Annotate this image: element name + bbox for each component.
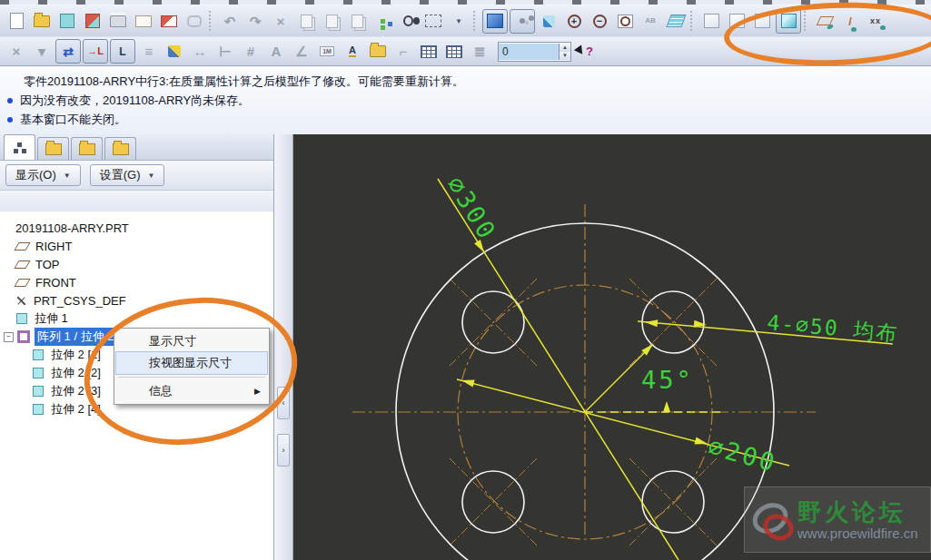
- switch-dims-button[interactable]: 1M: [315, 40, 339, 63]
- spin-up-button[interactable]: ▲: [560, 44, 570, 52]
- separator[interactable]: [690, 11, 697, 31]
- feature-icon: [17, 330, 30, 343]
- undo-button[interactable]: ↶: [218, 10, 242, 33]
- table-settings-button[interactable]: ≣: [468, 40, 491, 63]
- send-email-button[interactable]: [132, 10, 155, 33]
- tree-item[interactable]: 拉伸 1: [0, 309, 273, 328]
- redo-button[interactable]: ↷: [243, 10, 267, 33]
- model-intent-button[interactable]: [510, 9, 535, 34]
- graphics-area[interactable]: ∅300 ∅200 45° 4-∅50 均布 野火论坛 www.proewild…: [293, 134, 931, 560]
- lock-view-button[interactable]: L: [110, 39, 135, 64]
- tree-item[interactable]: PRT_CSYS_DEF: [0, 291, 273, 309]
- tab-icon: [113, 143, 129, 155]
- highlight-torch-button[interactable]: [163, 40, 186, 63]
- find-button[interactable]: [396, 10, 420, 33]
- sketcher-display-button[interactable]: [482, 9, 508, 34]
- chevron-down-icon: ▼: [64, 172, 71, 180]
- separator[interactable]: [804, 11, 810, 31]
- bullet-icon: [7, 98, 13, 103]
- value-spinbox: ▲ ▼: [498, 42, 571, 62]
- zoom-in-button[interactable]: +: [562, 10, 586, 33]
- wireframe-display-button[interactable]: [699, 10, 723, 33]
- feature-icon: [16, 313, 27, 324]
- menu-item[interactable]: 显示尺寸: [116, 330, 267, 352]
- cut-button[interactable]: ×: [269, 10, 292, 33]
- collapse-left-handle[interactable]: ‹: [277, 387, 290, 419]
- watermark-url: www.proewildfire.cn: [797, 526, 918, 542]
- help-pointer-icon: ?: [586, 45, 593, 57]
- move-datum-button[interactable]: ⌐: [391, 40, 415, 63]
- tab-icon: [17, 142, 22, 147]
- datum-axis-display-button[interactable]: /: [838, 10, 862, 33]
- expand-right-handle[interactable]: ›: [277, 434, 290, 467]
- tab-connections[interactable]: [104, 137, 136, 160]
- select-rectangle-button[interactable]: [421, 10, 445, 33]
- new-file-button[interactable]: [5, 10, 28, 33]
- settings-dropdown-button[interactable]: 设置(G) ▼: [90, 164, 165, 186]
- print-button[interactable]: [106, 10, 130, 33]
- tree-item[interactable]: RIGHT: [0, 237, 273, 255]
- bullet-icon: [7, 117, 13, 123]
- message-line-1: 零件20191108-ARRY中行3:在质量属性计算之后模型作了修改。可能需要重…: [24, 74, 464, 90]
- shaded-display-button[interactable]: [776, 9, 801, 34]
- layers-button[interactable]: [664, 10, 688, 33]
- point-display-button[interactable]: xx: [864, 10, 887, 33]
- hidden-line-display-button[interactable]: [725, 10, 748, 33]
- no-hidden-display-button[interactable]: [750, 10, 774, 33]
- tree-root[interactable]: 20191108-ARRY.PRT: [0, 219, 273, 237]
- delete-old-versions-button[interactable]: [157, 10, 181, 33]
- delete-button[interactable]: ×: [5, 40, 28, 63]
- edit-wand-button[interactable]: [537, 10, 560, 33]
- annotation-symbol-button[interactable]: A: [341, 40, 364, 63]
- paste-special-button[interactable]: [345, 10, 369, 33]
- context-help-button[interactable]: ?: [578, 40, 601, 63]
- slanted-dims-button[interactable]: ∠: [290, 40, 313, 63]
- toolbar-row-2: ×▾⇄→LL≡↔⊢#A∠1MA⌐≣ ▲ ▼ ?: [0, 37, 931, 66]
- menu-item[interactable]: 信息 ▶: [116, 380, 267, 402]
- annotation-ab-button[interactable]: AB: [639, 10, 662, 33]
- toolbar-row-1: ↶↷×▾+−AB/xx: [0, 5, 931, 37]
- refit-button[interactable]: [613, 10, 637, 33]
- forum-watermark: 野火论坛 www.proewildfire.cn: [744, 486, 931, 553]
- datum-plane-display-button[interactable]: [813, 10, 837, 33]
- zoom-out-button[interactable]: −: [588, 10, 611, 33]
- table-button[interactable]: [417, 40, 441, 63]
- spin-down-button[interactable]: ▼: [560, 52, 570, 60]
- save-file-button[interactable]: [55, 10, 79, 33]
- message-line-3: 基本窗口不能关闭。: [20, 112, 126, 128]
- annotation-folder-button[interactable]: [366, 40, 390, 63]
- regenerate-button[interactable]: [371, 10, 394, 33]
- dim-angle: 45°: [641, 366, 694, 394]
- menu-item[interactable]: 按视图显示尺寸: [116, 352, 267, 374]
- menu-item[interactable]: [118, 377, 265, 378]
- separator[interactable]: [473, 11, 480, 31]
- feature-icon: [16, 296, 26, 306]
- align-dimensions-button[interactable]: #: [239, 40, 262, 63]
- spinbox-input[interactable]: [499, 44, 559, 60]
- tab-icon: [45, 143, 62, 155]
- panel-splitter[interactable]: ‹ ›: [274, 134, 293, 560]
- hyperlink-button[interactable]: [183, 10, 206, 33]
- panel-tabs: [0, 134, 273, 161]
- tab-model-tree[interactable]: [4, 134, 35, 160]
- save-a-copy-button[interactable]: [81, 10, 104, 33]
- paste-button[interactable]: [320, 10, 343, 33]
- section-hatch-button[interactable]: ≡: [137, 40, 161, 63]
- tree-item[interactable]: TOP: [0, 255, 273, 273]
- text-style-button[interactable]: A: [264, 40, 288, 63]
- dimension-button[interactable]: ↔: [188, 40, 212, 63]
- expander-icon[interactable]: −: [4, 332, 14, 342]
- lock-move-button[interactable]: →L: [83, 39, 108, 64]
- tab-folder-browser[interactable]: [37, 137, 69, 160]
- open-file-button[interactable]: [30, 10, 54, 33]
- update-views-button[interactable]: ⇄: [55, 39, 81, 64]
- mini-dropdown[interactable]: ▾: [30, 40, 54, 63]
- update-tables-button[interactable]: [442, 40, 466, 63]
- tab-favorites[interactable]: [71, 137, 103, 160]
- show-dropdown-button[interactable]: 显示(O) ▼: [5, 164, 81, 186]
- ref-dimension-button[interactable]: ⊢: [213, 40, 237, 63]
- select-dropdown[interactable]: ▾: [447, 10, 470, 33]
- tree-item[interactable]: FRONT: [0, 273, 273, 291]
- separator[interactable]: [209, 11, 215, 31]
- copy-button[interactable]: [294, 10, 318, 33]
